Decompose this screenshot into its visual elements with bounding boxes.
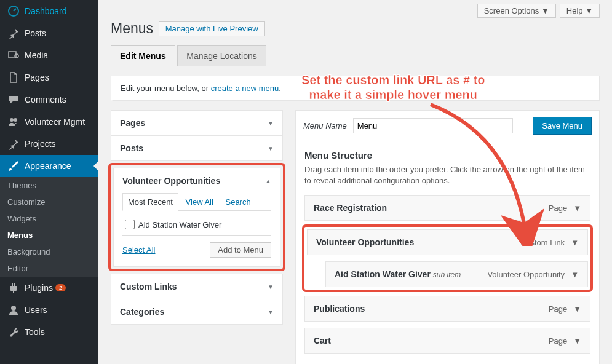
sidebar-item-label: Users	[25, 305, 47, 315]
sidebar-item-pages[interactable]: Pages	[0, 66, 98, 89]
admin-sidebar: Dashboard Posts Media Pages Comments Vol…	[0, 0, 98, 364]
tab-edit-menus[interactable]: Edit Menus	[111, 46, 175, 66]
menu-item-title: Aid Station Water Giver	[138, 220, 221, 229]
tab-manage-locations[interactable]: Manage Locations	[177, 46, 266, 66]
sidebar-item-volunteer-mgmt[interactable]: Volunteer Mgmt	[0, 111, 98, 133]
page-icon	[7, 71, 20, 84]
screen-options-button[interactable]: Screen Options ▼	[477, 4, 556, 18]
sidebar-item-tools[interactable]: Tools	[0, 321, 98, 343]
chevron-down-icon[interactable]: ▼	[573, 304, 581, 314]
svg-point-2	[15, 54, 18, 58]
menu-item-title: Cart	[314, 336, 331, 346]
plugin-badge: 2	[55, 284, 66, 291]
notice: Edit your menu below, or create a new me…	[111, 76, 600, 101]
accordion-head-custom-links[interactable]: Custom Links▼	[111, 274, 282, 299]
sub-item-widgets[interactable]: Widgets	[0, 210, 98, 227]
sidebar-item-media[interactable]: Media	[0, 44, 98, 66]
accordion-head-vol-opp[interactable]: Volunteer Opportunities▲	[114, 168, 280, 193]
sidebar-item-label: Comments	[25, 95, 66, 105]
menu-name-input[interactable]	[353, 118, 513, 133]
sidebar-item-label: Tools	[25, 327, 45, 337]
add-items-column: Pages▼ Posts▼ Volunteer Opportunities▲ M…	[111, 110, 283, 364]
select-all-link[interactable]: Select All	[122, 245, 155, 255]
menu-item-title: Publications	[314, 304, 365, 314]
save-menu-button[interactable]: Save Menu	[533, 117, 592, 135]
sidebar-item-label: Plugins	[25, 283, 53, 293]
sub-item-menus[interactable]: Menus	[0, 227, 98, 243]
create-menu-link[interactable]: create a new menu	[211, 84, 279, 93]
chevron-down-icon[interactable]: ▼	[571, 270, 579, 279]
sidebar-item-label: Dashboard	[25, 6, 67, 16]
topbar: Screen Options ▼ Help ▼	[111, 0, 600, 20]
page-title: Menus	[111, 20, 153, 37]
pin-icon	[7, 27, 20, 39]
menu-item-row[interactable]: Cart Page▼	[304, 328, 590, 354]
subtab-view-all[interactable]: View All	[181, 194, 218, 210]
menu-item-type: Page	[549, 204, 567, 213]
menu-item-row-sub[interactable]: Aid Station Water Giversub item Voluntee…	[325, 261, 588, 287]
nav-tabs: Edit Menus Manage Locations	[111, 46, 600, 66]
plugin-icon	[7, 282, 20, 294]
sidebar-item-users[interactable]: Users	[0, 299, 98, 321]
sidebar-item-label: Posts	[25, 28, 46, 38]
chevron-up-icon: ▲	[265, 178, 271, 184]
live-preview-button[interactable]: Manage with Live Preview	[159, 21, 265, 36]
add-to-menu-button[interactable]: Add to Menu	[210, 242, 271, 258]
menu-item-checkbox[interactable]	[125, 220, 135, 229]
menu-structure-desc: Drag each item into the order you prefer…	[304, 164, 590, 186]
menu-structure-title: Menu Structure	[304, 150, 590, 160]
accordion-head-categories[interactable]: Categories▼	[111, 299, 282, 324]
accordion-head-pages[interactable]: Pages▼	[111, 111, 282, 135]
subtab-search[interactable]: Search	[221, 194, 256, 210]
chevron-down-icon: ▼	[268, 283, 274, 290]
subtab-most-recent[interactable]: Most Recent	[122, 193, 178, 211]
svg-point-3	[10, 118, 14, 122]
menu-editor-column: Menu Name Save Menu Menu Structure Drag …	[295, 110, 600, 364]
sidebar-item-projects[interactable]: Projects	[0, 133, 98, 155]
sidebar-item-posts[interactable]: Posts	[0, 22, 98, 44]
menu-structure: Menu Structure Drag each item into the o…	[295, 141, 600, 364]
sub-item-background[interactable]: Background	[0, 243, 98, 260]
svg-point-4	[14, 118, 17, 122]
chevron-down-icon: ▼	[268, 120, 274, 127]
users-icon	[7, 116, 20, 128]
appearance-submenu: Themes Customize Widgets Menus Backgroun…	[0, 177, 98, 277]
accordion-categories: Categories▼	[111, 299, 283, 325]
subtabs: Most Recent View All Search	[122, 193, 271, 211]
menu-item-row[interactable]: Publications Page▼	[304, 296, 590, 322]
menu-name-label: Menu Name	[303, 121, 347, 130]
sub-item-customize[interactable]: Customize	[0, 194, 98, 210]
accordion-head-posts[interactable]: Posts▼	[111, 136, 282, 160]
sidebar-item-label: Volunteer Mgmt	[25, 117, 85, 127]
menu-item-row[interactable]: Volunteer Opportunities Custom Link▼	[307, 229, 588, 255]
sidebar-item-label: Projects	[25, 139, 56, 149]
chevron-down-icon[interactable]: ▼	[573, 204, 581, 213]
notice-suffix: .	[279, 84, 281, 93]
menu-item-checkbox-row[interactable]: Aid Station Water Giver	[122, 217, 271, 235]
sidebar-item-plugins[interactable]: Plugins2	[0, 277, 98, 299]
accordion-volunteer-opportunities: Volunteer Opportunities▲ Most Recent Vie…	[113, 168, 280, 267]
menu-item-type: Page	[549, 336, 567, 346]
user-icon	[7, 304, 20, 316]
menu-item-row[interactable]: Race Registration Page▼	[304, 195, 590, 221]
menu-item-title: Race Registration	[314, 203, 387, 213]
brush-icon	[7, 160, 20, 172]
help-button[interactable]: Help ▼	[560, 4, 600, 18]
main-content: Screen Options ▼ Help ▼ Menus Manage wit…	[98, 0, 612, 364]
menu-item-type: Page	[549, 304, 567, 314]
media-icon	[7, 49, 20, 61]
notice-text: Edit your menu below, or	[121, 84, 211, 93]
accordion-custom-links: Custom Links▼	[111, 274, 283, 299]
sidebar-item-comments[interactable]: Comments	[0, 89, 98, 111]
sidebar-item-appearance[interactable]: Appearance	[0, 155, 98, 177]
chevron-down-icon: ▼	[268, 145, 274, 152]
chevron-down-icon[interactable]: ▼	[571, 238, 579, 247]
sub-item-editor[interactable]: Editor	[0, 260, 98, 277]
chevron-down-icon: ▼	[268, 309, 274, 315]
sub-item-themes[interactable]: Themes	[0, 177, 98, 194]
sidebar-item-label: Media	[25, 50, 48, 60]
svg-point-5	[11, 306, 16, 311]
chevron-down-icon[interactable]: ▼	[573, 336, 581, 346]
sidebar-item-dashboard[interactable]: Dashboard	[0, 0, 98, 22]
sidebar-item-label: Appearance	[25, 161, 71, 171]
